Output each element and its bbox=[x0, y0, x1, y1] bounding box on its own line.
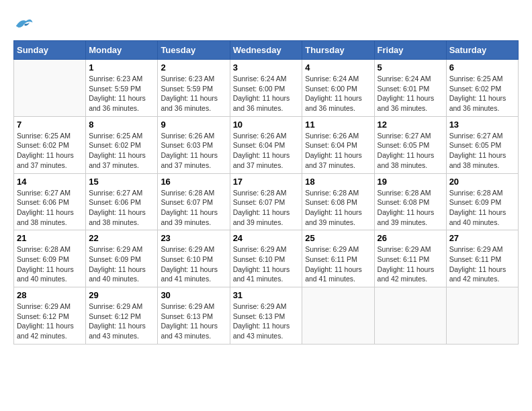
day-info: Sunrise: 6:24 AMSunset: 6:01 PMDaylight:… bbox=[378, 74, 443, 113]
calendar-table: SundayMondayTuesdayWednesdayThursdayFrid… bbox=[13, 40, 519, 345]
day-info: Sunrise: 6:25 AMSunset: 6:02 PMDaylight:… bbox=[89, 131, 154, 171]
calendar-week-row: 14Sunrise: 6:27 AMSunset: 6:06 PMDayligh… bbox=[14, 173, 519, 230]
day-info: Sunrise: 6:29 AMSunset: 6:13 PMDaylight:… bbox=[161, 302, 226, 341]
calendar-cell: 25Sunrise: 6:29 AMSunset: 6:11 PMDayligh… bbox=[302, 230, 374, 287]
day-number: 19 bbox=[378, 177, 443, 187]
day-info: Sunrise: 6:29 AMSunset: 6:11 PMDaylight:… bbox=[305, 244, 371, 284]
calendar-cell: 10Sunrise: 6:26 AMSunset: 6:04 PMDayligh… bbox=[230, 116, 302, 173]
calendar-cell: 16Sunrise: 6:28 AMSunset: 6:07 PMDayligh… bbox=[158, 173, 230, 230]
weekday-header-tuesday: Tuesday bbox=[158, 41, 230, 60]
calendar-cell bbox=[302, 287, 374, 345]
day-info: Sunrise: 6:27 AMSunset: 6:06 PMDaylight:… bbox=[89, 188, 154, 228]
day-number: 28 bbox=[17, 290, 83, 300]
weekday-header-sunday: Sunday bbox=[14, 41, 86, 60]
calendar-week-row: 21Sunrise: 6:28 AMSunset: 6:09 PMDayligh… bbox=[14, 230, 519, 287]
day-info: Sunrise: 6:29 AMSunset: 6:13 PMDaylight:… bbox=[233, 302, 300, 341]
calendar-cell: 24Sunrise: 6:29 AMSunset: 6:10 PMDayligh… bbox=[230, 230, 302, 287]
day-info: Sunrise: 6:27 AMSunset: 6:05 PMDaylight:… bbox=[378, 131, 443, 171]
calendar-cell: 18Sunrise: 6:28 AMSunset: 6:08 PMDayligh… bbox=[302, 173, 374, 230]
day-number: 8 bbox=[89, 120, 154, 130]
weekday-header-wednesday: Wednesday bbox=[230, 41, 302, 60]
calendar-cell: 13Sunrise: 6:27 AMSunset: 6:05 PMDayligh… bbox=[446, 116, 518, 173]
day-info: Sunrise: 6:29 AMSunset: 6:11 PMDaylight:… bbox=[378, 244, 443, 284]
day-number: 30 bbox=[161, 290, 226, 300]
calendar-cell: 27Sunrise: 6:29 AMSunset: 6:11 PMDayligh… bbox=[446, 230, 518, 287]
weekday-header-monday: Monday bbox=[86, 41, 158, 60]
page-header bbox=[13, 13, 519, 34]
day-info: Sunrise: 6:27 AMSunset: 6:05 PMDaylight:… bbox=[449, 131, 515, 171]
calendar-cell: 3Sunrise: 6:24 AMSunset: 6:00 PMDaylight… bbox=[230, 60, 302, 117]
day-number: 27 bbox=[449, 233, 515, 243]
calendar-cell: 28Sunrise: 6:29 AMSunset: 6:12 PMDayligh… bbox=[14, 287, 86, 345]
day-info: Sunrise: 6:28 AMSunset: 6:08 PMDaylight:… bbox=[305, 188, 371, 228]
calendar-cell: 30Sunrise: 6:29 AMSunset: 6:13 PMDayligh… bbox=[158, 287, 230, 345]
day-info: Sunrise: 6:27 AMSunset: 6:06 PMDaylight:… bbox=[17, 188, 83, 228]
weekday-header-thursday: Thursday bbox=[302, 41, 374, 60]
day-number: 13 bbox=[449, 120, 515, 130]
day-number: 5 bbox=[378, 62, 443, 73]
day-number: 16 bbox=[161, 177, 226, 187]
weekday-header-friday: Friday bbox=[374, 41, 446, 60]
calendar-week-row: 28Sunrise: 6:29 AMSunset: 6:12 PMDayligh… bbox=[14, 287, 519, 345]
day-info: Sunrise: 6:28 AMSunset: 6:09 PMDaylight:… bbox=[17, 244, 83, 284]
calendar-cell: 15Sunrise: 6:27 AMSunset: 6:06 PMDayligh… bbox=[86, 173, 158, 230]
day-number: 10 bbox=[233, 120, 300, 130]
weekday-header-saturday: Saturday bbox=[446, 41, 518, 60]
day-info: Sunrise: 6:25 AMSunset: 6:02 PMDaylight:… bbox=[449, 74, 515, 113]
calendar-cell: 26Sunrise: 6:29 AMSunset: 6:11 PMDayligh… bbox=[374, 230, 446, 287]
calendar-cell: 21Sunrise: 6:28 AMSunset: 6:09 PMDayligh… bbox=[14, 230, 86, 287]
day-number: 11 bbox=[305, 120, 371, 130]
calendar-cell: 11Sunrise: 6:26 AMSunset: 6:04 PMDayligh… bbox=[302, 116, 374, 173]
day-info: Sunrise: 6:24 AMSunset: 6:00 PMDaylight:… bbox=[233, 74, 300, 113]
day-number: 22 bbox=[89, 233, 154, 243]
day-info: Sunrise: 6:28 AMSunset: 6:07 PMDaylight:… bbox=[233, 188, 300, 228]
calendar-cell: 20Sunrise: 6:28 AMSunset: 6:09 PMDayligh… bbox=[446, 173, 518, 230]
day-number: 29 bbox=[89, 290, 154, 300]
calendar-week-row: 7Sunrise: 6:25 AMSunset: 6:02 PMDaylight… bbox=[14, 116, 519, 173]
logo-icon bbox=[13, 13, 34, 34]
day-info: Sunrise: 6:23 AMSunset: 5:59 PMDaylight:… bbox=[89, 74, 154, 113]
day-number: 21 bbox=[17, 233, 83, 243]
calendar-cell: 1Sunrise: 6:23 AMSunset: 5:59 PMDaylight… bbox=[86, 60, 158, 117]
day-number: 6 bbox=[449, 62, 515, 73]
day-info: Sunrise: 6:28 AMSunset: 6:07 PMDaylight:… bbox=[161, 188, 226, 228]
day-number: 25 bbox=[305, 233, 371, 243]
day-info: Sunrise: 6:24 AMSunset: 6:00 PMDaylight:… bbox=[305, 74, 371, 113]
day-number: 3 bbox=[233, 62, 300, 73]
day-number: 26 bbox=[378, 233, 443, 243]
calendar-cell: 4Sunrise: 6:24 AMSunset: 6:00 PMDaylight… bbox=[302, 60, 374, 117]
day-info: Sunrise: 6:29 AMSunset: 6:10 PMDaylight:… bbox=[233, 244, 300, 284]
day-info: Sunrise: 6:29 AMSunset: 6:12 PMDaylight:… bbox=[89, 302, 154, 341]
calendar-cell: 7Sunrise: 6:25 AMSunset: 6:02 PMDaylight… bbox=[14, 116, 86, 173]
day-number: 14 bbox=[17, 177, 83, 187]
day-info: Sunrise: 6:29 AMSunset: 6:10 PMDaylight:… bbox=[161, 244, 226, 284]
day-info: Sunrise: 6:26 AMSunset: 6:03 PMDaylight:… bbox=[161, 131, 226, 171]
calendar-cell: 22Sunrise: 6:29 AMSunset: 6:09 PMDayligh… bbox=[86, 230, 158, 287]
calendar-cell bbox=[374, 287, 446, 345]
day-number: 18 bbox=[305, 177, 371, 187]
calendar-cell: 8Sunrise: 6:25 AMSunset: 6:02 PMDaylight… bbox=[86, 116, 158, 173]
calendar-header-row: SundayMondayTuesdayWednesdayThursdayFrid… bbox=[14, 41, 519, 60]
day-number: 2 bbox=[161, 62, 226, 73]
day-number: 7 bbox=[17, 120, 83, 130]
day-info: Sunrise: 6:28 AMSunset: 6:08 PMDaylight:… bbox=[378, 188, 443, 228]
calendar-cell: 17Sunrise: 6:28 AMSunset: 6:07 PMDayligh… bbox=[230, 173, 302, 230]
calendar-cell: 14Sunrise: 6:27 AMSunset: 6:06 PMDayligh… bbox=[14, 173, 86, 230]
day-number: 20 bbox=[449, 177, 515, 187]
calendar-cell: 6Sunrise: 6:25 AMSunset: 6:02 PMDaylight… bbox=[446, 60, 518, 117]
day-number: 23 bbox=[161, 233, 226, 243]
day-number: 9 bbox=[161, 120, 226, 130]
calendar-cell: 12Sunrise: 6:27 AMSunset: 6:05 PMDayligh… bbox=[374, 116, 446, 173]
calendar-cell bbox=[446, 287, 518, 345]
calendar-cell: 9Sunrise: 6:26 AMSunset: 6:03 PMDaylight… bbox=[158, 116, 230, 173]
day-number: 17 bbox=[233, 177, 300, 187]
day-info: Sunrise: 6:29 AMSunset: 6:11 PMDaylight:… bbox=[449, 244, 515, 284]
day-info: Sunrise: 6:26 AMSunset: 6:04 PMDaylight:… bbox=[305, 131, 371, 171]
calendar-cell: 19Sunrise: 6:28 AMSunset: 6:08 PMDayligh… bbox=[374, 173, 446, 230]
day-info: Sunrise: 6:23 AMSunset: 5:59 PMDaylight:… bbox=[161, 74, 226, 113]
day-number: 15 bbox=[89, 177, 154, 187]
day-number: 1 bbox=[89, 62, 154, 73]
logo bbox=[13, 13, 36, 34]
calendar-cell: 31Sunrise: 6:29 AMSunset: 6:13 PMDayligh… bbox=[230, 287, 302, 345]
calendar-cell: 23Sunrise: 6:29 AMSunset: 6:10 PMDayligh… bbox=[158, 230, 230, 287]
